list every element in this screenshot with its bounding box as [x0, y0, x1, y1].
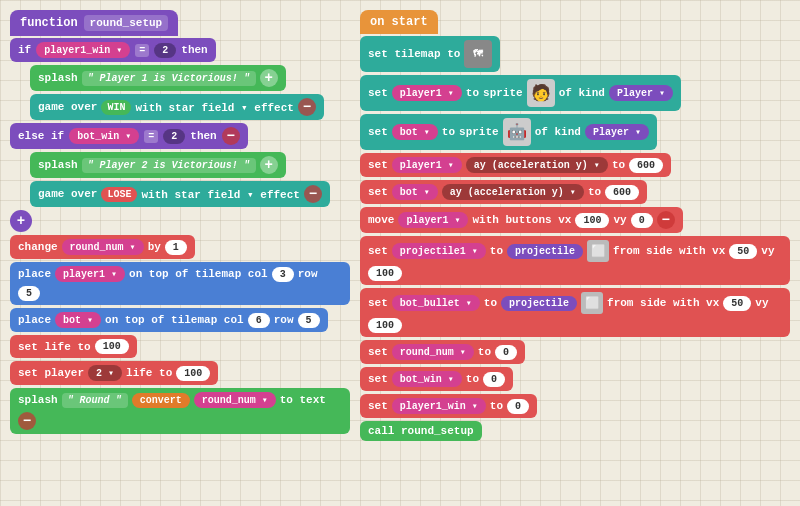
- set-player1-sprite-block[interactable]: set player1 ▾ to sprite 🧑 of kind Player…: [360, 75, 681, 111]
- p1win-val[interactable]: 0: [507, 399, 529, 414]
- bot-ay-pill[interactable]: bot ▾: [392, 184, 438, 200]
- set-p2life-block[interactable]: set player 2 ▾ life to 100: [10, 361, 218, 385]
- function-keyword: function: [20, 16, 78, 30]
- set-botwin-block[interactable]: set bot_win ▾ to 0: [360, 367, 513, 391]
- move-minus[interactable]: −: [657, 211, 675, 229]
- bot-ay-prop-pill[interactable]: ay (acceleration y) ▾: [442, 184, 584, 200]
- gameover1-block[interactable]: game over WIN with star field ▾ effect −: [30, 94, 324, 120]
- player1-sprite-img[interactable]: 🧑: [527, 79, 555, 107]
- if-block-row: if player1_win ▾ = 2 then: [10, 38, 350, 62]
- row5b-pill[interactable]: 5: [298, 313, 320, 328]
- round-num2-pill[interactable]: round_num ▾: [194, 392, 276, 408]
- splash-round-block[interactable]: splash " Round " convert round_num ▾ to …: [10, 388, 350, 434]
- move-vy-pill[interactable]: 0: [631, 213, 653, 228]
- lose-badge: LOSE: [101, 187, 137, 202]
- p1-sprite-pill[interactable]: player1 ▾: [392, 85, 462, 101]
- col6-pill[interactable]: 6: [248, 313, 270, 328]
- splash1-plus[interactable]: +: [260, 69, 278, 87]
- set-tilemap-row: set tilemap to 🗺: [360, 36, 790, 72]
- player-kind-pill[interactable]: Player ▾: [609, 85, 673, 101]
- row5a-pill[interactable]: 5: [18, 286, 40, 301]
- player2-select[interactable]: 2 ▾: [88, 365, 122, 381]
- roundnum-set-pill[interactable]: round_num ▾: [392, 344, 474, 360]
- bot-sprite-pill[interactable]: bot ▾: [392, 124, 438, 140]
- bot-sprite-img[interactable]: 🤖: [503, 118, 531, 146]
- p2life100-pill[interactable]: 100: [176, 366, 210, 381]
- left-panel: function round_setup if player1_win ▾ = …: [10, 10, 350, 496]
- tilemap-sprite[interactable]: 🗺: [464, 40, 492, 68]
- gameover2-minus[interactable]: −: [304, 185, 322, 203]
- set-botbullet-block[interactable]: set bot_bullet ▾ to projectile ⬜ from si…: [360, 288, 790, 337]
- set-bot-sprite-block[interactable]: set bot ▾ to sprite 🤖 of kind Player ▾: [360, 114, 657, 150]
- set-p1win-block[interactable]: set player1_win ▾ to 0: [360, 394, 537, 418]
- move-player1-block[interactable]: move player1 ▾ with buttons vx 100 vy 0 …: [360, 207, 683, 233]
- change-round-block[interactable]: change round_num ▾ by 1: [10, 235, 195, 259]
- proj1-sprite[interactable]: ⬜: [587, 240, 609, 262]
- proj1-vx[interactable]: 50: [729, 244, 757, 259]
- p1win-set-pill[interactable]: player1_win ▾: [392, 398, 486, 414]
- move-vx-pill[interactable]: 100: [575, 213, 609, 228]
- p1-ay-val[interactable]: 600: [629, 158, 663, 173]
- bot-ay-val[interactable]: 600: [605, 185, 639, 200]
- botbullet-pill[interactable]: bot_bullet ▾: [392, 295, 480, 311]
- roundnum-val[interactable]: 0: [495, 345, 517, 360]
- elseif-block-row: else if bot_win ▾ = 2 then −: [10, 123, 350, 149]
- plus-row: +: [10, 210, 350, 232]
- splash2-row: splash " Player 2 is Victorious! " +: [10, 152, 350, 178]
- round-num-pill[interactable]: round_num ▾: [62, 239, 144, 255]
- convert-pill[interactable]: convert: [132, 393, 190, 408]
- set-botwin-row: set bot_win ▾ to 0: [360, 367, 790, 391]
- call-roundsetup-block[interactable]: call round_setup: [360, 421, 482, 441]
- col3-pill[interactable]: 3: [272, 267, 294, 282]
- val-2b-pill[interactable]: 2: [163, 129, 185, 144]
- proj1-vy[interactable]: 100: [368, 266, 402, 281]
- set-botbullet-row: set bot_bullet ▾ to projectile ⬜ from si…: [360, 288, 790, 337]
- set-player1-sprite-row: set player1 ▾ to sprite 🧑 of kind Player…: [360, 75, 790, 111]
- elseif-block[interactable]: else if bot_win ▾ = 2 then −: [10, 123, 248, 149]
- bot-kind-pill[interactable]: Player ▾: [585, 124, 649, 140]
- on-start-header: on start: [360, 10, 438, 34]
- gameover2-block[interactable]: game over LOSE with star field ▾ effect …: [30, 181, 330, 207]
- set-bot-ay-block[interactable]: set bot ▾ ay (acceleration y) ▾ to 600: [360, 180, 647, 204]
- projectile-keyword[interactable]: projectile: [507, 244, 583, 259]
- projectile2-keyword[interactable]: projectile: [501, 296, 577, 311]
- set-bot-sprite-row: set bot ▾ to sprite 🤖 of kind Player ▾: [360, 114, 790, 150]
- move-p1-pill[interactable]: player1 ▾: [398, 212, 468, 228]
- life100-pill[interactable]: 100: [95, 339, 129, 354]
- elseif-minus[interactable]: −: [222, 127, 240, 145]
- splash2-block[interactable]: splash " Player 2 is Victorious! " +: [30, 152, 286, 178]
- on-start-label: on start: [370, 15, 428, 29]
- botbullet-vy[interactable]: 100: [368, 318, 402, 333]
- player1-win-pill[interactable]: player1_win ▾: [36, 42, 130, 58]
- val-2-pill[interactable]: 2: [154, 43, 176, 58]
- if-block[interactable]: if player1_win ▾ = 2 then: [10, 38, 216, 62]
- ay-prop-pill[interactable]: ay (acceleration y) ▾: [466, 157, 608, 173]
- add-block-btn[interactable]: +: [10, 210, 32, 232]
- set-tilemap-block[interactable]: set tilemap to 🗺: [360, 36, 500, 72]
- splash-round-minus[interactable]: −: [18, 412, 36, 430]
- botwin-set-pill[interactable]: bot_win ▾: [392, 371, 462, 387]
- change-round-row: change round_num ▾ by 1: [10, 235, 350, 259]
- move-player1-row: move player1 ▾ with buttons vx 100 vy 0 …: [360, 207, 790, 233]
- splash1-block[interactable]: splash " Player 1 is Victorious! " +: [30, 65, 286, 91]
- gameover1-row: game over WIN with star field ▾ effect −: [10, 94, 350, 120]
- set-roundnum-block[interactable]: set round_num ▾ to 0: [360, 340, 525, 364]
- splash-round-row: splash " Round " convert round_num ▾ to …: [10, 388, 350, 434]
- botbullet-sprite[interactable]: ⬜: [581, 292, 603, 314]
- gameover1-minus[interactable]: −: [298, 98, 316, 116]
- player1-pill[interactable]: player1 ▾: [55, 266, 125, 282]
- proj1-pill[interactable]: projectile1 ▾: [392, 243, 486, 259]
- botwin-val[interactable]: 0: [483, 372, 505, 387]
- gameover2-row: game over LOSE with star field ▾ effect …: [10, 181, 350, 207]
- place2-block[interactable]: place bot ▾ on top of tilemap col 6 row …: [10, 308, 328, 332]
- bot-win-pill[interactable]: bot_win ▾: [69, 128, 139, 144]
- set-life-block[interactable]: set life to 100: [10, 335, 137, 358]
- place1-block[interactable]: place player1 ▾ on top of tilemap col 3 …: [10, 262, 350, 305]
- botbullet-vx[interactable]: 50: [723, 296, 751, 311]
- by-val-pill[interactable]: 1: [165, 240, 187, 255]
- splash2-plus[interactable]: +: [260, 156, 278, 174]
- set-p1-ay-block[interactable]: set player1 ▾ ay (acceleration y) ▾ to 6…: [360, 153, 671, 177]
- p1-ay-pill[interactable]: player1 ▾: [392, 157, 462, 173]
- set-proj1-block[interactable]: set projectile1 ▾ to projectile ⬜ from s…: [360, 236, 790, 285]
- bot-pill[interactable]: bot ▾: [55, 312, 101, 328]
